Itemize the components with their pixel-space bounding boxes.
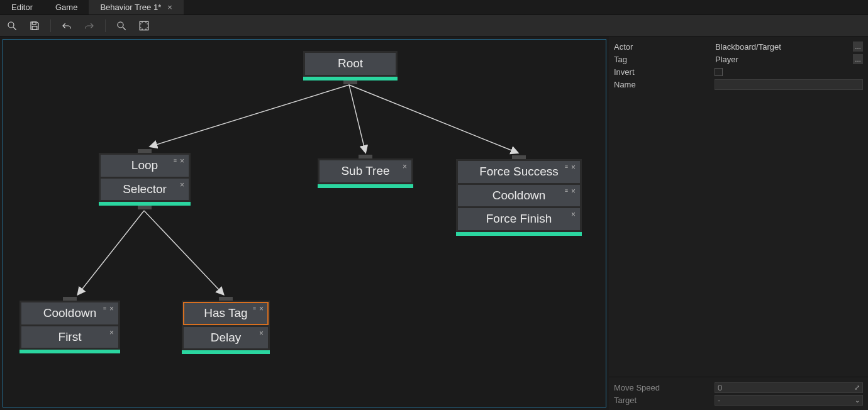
tab-bar: Editor Game Behavior Tree 1* × (0, 0, 868, 15)
save-button[interactable] (26, 18, 43, 34)
node-row-root[interactable]: Root (305, 53, 396, 75)
close-icon[interactable]: × (259, 304, 264, 314)
svg-rect-2 (32, 22, 36, 25)
move-speed-field[interactable]: 0 ⤢ (715, 382, 863, 393)
fit-view-button[interactable] (136, 18, 152, 34)
menu-icon[interactable]: ≡ (174, 157, 177, 165)
menu-icon[interactable]: ≡ (565, 163, 568, 171)
inspector-panel: Actor Blackboard/Target … Tag Player … (609, 36, 868, 410)
close-icon[interactable]: × (109, 304, 114, 314)
svg-rect-3 (32, 26, 37, 29)
svg-line-8 (349, 85, 365, 152)
node-strip (456, 232, 582, 236)
label-name: Name (614, 80, 715, 89)
tab-game[interactable]: Game (44, 0, 89, 14)
port-in[interactable] (219, 297, 233, 301)
close-icon[interactable]: × (259, 329, 264, 339)
label-move-speed: Move Speed (614, 383, 715, 392)
port-out[interactable] (138, 206, 152, 209)
svg-line-7 (150, 85, 349, 147)
node-row-cooldown[interactable]: Cooldown ≡ × (458, 185, 580, 207)
name-input[interactable] (715, 79, 863, 90)
svg-point-0 (8, 22, 14, 28)
node-row-force-finish[interactable]: Force Finish × (458, 208, 580, 230)
label-target: Target (614, 396, 715, 405)
port-in[interactable] (359, 155, 372, 158)
port-out[interactable] (343, 80, 357, 84)
tab-behavior-tree[interactable]: Behavior Tree 1* × (89, 0, 183, 14)
node-loop-selector[interactable]: Loop ≡ × Selector × (99, 153, 191, 206)
menu-icon[interactable]: ≡ (253, 305, 256, 313)
close-icon[interactable]: × (571, 210, 576, 220)
node-subtree[interactable]: Sub Tree × (318, 158, 413, 188)
close-icon[interactable]: × (167, 3, 172, 12)
inspector-top: Actor Blackboard/Target … Tag Player … (609, 36, 868, 377)
actor-picker-button[interactable]: … (853, 42, 863, 52)
node-force-success[interactable]: Force Success ≡ × Cooldown ≡ × Force Fin… (456, 159, 582, 236)
svg-rect-6 (140, 21, 148, 30)
canvas-wrap: Root Loop ≡ × Selector × (0, 36, 609, 410)
node-root[interactable]: Root (303, 51, 398, 80)
node-strip (19, 350, 120, 353)
svg-point-4 (118, 22, 123, 28)
find-button[interactable] (113, 18, 130, 34)
close-icon[interactable]: × (109, 328, 114, 338)
port-in[interactable] (138, 149, 152, 153)
chevron-down-icon[interactable]: ⌄ (855, 397, 860, 404)
main-area: Root Loop ≡ × Selector × (0, 36, 868, 410)
node-row-loop[interactable]: Loop ≡ × (101, 155, 189, 177)
close-icon[interactable]: × (403, 162, 407, 172)
actor-field[interactable]: Blackboard/Target (715, 42, 850, 52)
port-in[interactable] (63, 297, 77, 301)
node-cooldown-first[interactable]: Cooldown ≡ × First × (19, 301, 120, 353)
tab-editor[interactable]: Editor (0, 0, 44, 14)
redo-button[interactable] (81, 18, 97, 34)
node-row-force-success[interactable]: Force Success ≡ × (458, 161, 580, 183)
node-row-has-tag[interactable]: Has Tag ≡ × (183, 302, 269, 325)
menu-icon[interactable]: ≡ (565, 187, 568, 195)
svg-line-10 (78, 211, 144, 294)
port-in[interactable] (512, 155, 526, 159)
svg-line-9 (349, 85, 518, 153)
close-icon[interactable]: × (571, 163, 576, 173)
invert-checkbox[interactable] (715, 68, 723, 76)
graph-canvas[interactable]: Root Loop ≡ × Selector × (3, 39, 606, 407)
separator (50, 19, 51, 32)
label-invert: Invert (614, 67, 715, 77)
label-actor: Actor (614, 42, 715, 52)
svg-line-5 (123, 27, 126, 30)
close-icon[interactable]: × (180, 180, 184, 191)
expand-icon[interactable]: ⤢ (854, 384, 860, 392)
node-strip (318, 184, 413, 188)
target-select[interactable]: - ⌄ (715, 395, 863, 406)
node-strip (182, 350, 270, 354)
node-row-cooldown-l[interactable]: Cooldown ≡ × (21, 302, 118, 324)
svg-line-1 (13, 27, 16, 30)
separator (105, 19, 106, 32)
svg-line-11 (144, 211, 223, 294)
search-button[interactable] (4, 18, 20, 34)
toolbar (0, 15, 868, 36)
close-icon[interactable]: × (180, 157, 184, 167)
node-row-first[interactable]: First × (21, 326, 118, 348)
node-hastag-delay[interactable]: Has Tag ≡ × Delay × (182, 301, 270, 354)
undo-button[interactable] (58, 18, 75, 34)
tag-picker-button[interactable]: … (853, 54, 863, 64)
node-row-selector[interactable]: Selector × (101, 179, 189, 201)
close-icon[interactable]: × (571, 187, 576, 197)
node-row-delay[interactable]: Delay × (184, 327, 268, 349)
inspector-bottom: Move Speed 0 ⤢ Target - ⌄ (609, 377, 868, 410)
node-row-subtree[interactable]: Sub Tree × (320, 160, 411, 182)
label-tag: Tag (614, 55, 715, 64)
tag-field[interactable]: Player (715, 54, 850, 64)
menu-icon[interactable]: ≡ (103, 305, 106, 313)
